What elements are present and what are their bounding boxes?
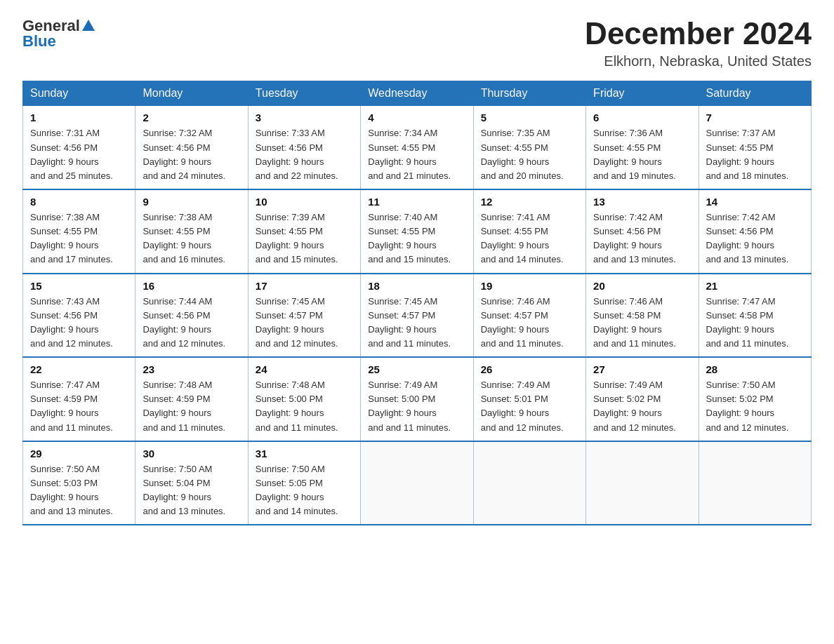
- day-number: 17: [256, 280, 353, 292]
- calendar-cell: 14 Sunrise: 7:42 AMSunset: 4:56 PMDaylig…: [699, 189, 811, 274]
- day-info: Sunrise: 7:36 AMSunset: 4:55 PMDaylight:…: [593, 128, 676, 180]
- day-number: 18: [368, 280, 465, 292]
- day-number: 13: [593, 196, 691, 208]
- calendar-cell: 9 Sunrise: 7:38 AMSunset: 4:55 PMDayligh…: [135, 189, 248, 274]
- day-number: 9: [143, 196, 240, 208]
- day-info: Sunrise: 7:42 AMSunset: 4:56 PMDaylight:…: [593, 212, 676, 264]
- calendar-cell: 2 Sunrise: 7:32 AMSunset: 4:56 PMDayligh…: [135, 106, 248, 189]
- day-info: Sunrise: 7:50 AMSunset: 5:05 PMDaylight:…: [256, 464, 338, 516]
- day-number: 6: [593, 112, 691, 123]
- calendar-cell: 25 Sunrise: 7:49 AMSunset: 5:00 PMDaylig…: [361, 357, 473, 441]
- calendar-cell: 1 Sunrise: 7:31 AMSunset: 4:56 PMDayligh…: [23, 106, 135, 189]
- day-number: 15: [30, 280, 128, 292]
- calendar-subtitle: Elkhorn, Nebraska, United States: [585, 53, 812, 69]
- day-number: 3: [256, 112, 353, 123]
- calendar-header: SundayMondayTuesdayWednesdayThursdayFrid…: [23, 81, 812, 106]
- calendar-cell: 16 Sunrise: 7:44 AMSunset: 4:56 PMDaylig…: [135, 274, 248, 358]
- calendar-cell: 20 Sunrise: 7:46 AMSunset: 4:58 PMDaylig…: [586, 274, 699, 358]
- day-number: 22: [30, 363, 128, 375]
- day-info: Sunrise: 7:35 AMSunset: 4:55 PMDaylight:…: [481, 128, 564, 180]
- calendar-cell: 5 Sunrise: 7:35 AMSunset: 4:55 PMDayligh…: [473, 106, 585, 189]
- calendar-cell: 11 Sunrise: 7:40 AMSunset: 4:55 PMDaylig…: [361, 189, 473, 274]
- day-info: Sunrise: 7:50 AMSunset: 5:04 PMDaylight:…: [143, 464, 225, 516]
- calendar-cell: [586, 441, 699, 525]
- logo-triangle-icon: [82, 20, 95, 34]
- calendar-cell: 8 Sunrise: 7:38 AMSunset: 4:55 PMDayligh…: [23, 189, 135, 274]
- day-info: Sunrise: 7:37 AMSunset: 4:55 PMDaylight:…: [706, 128, 789, 180]
- calendar-cell: 31 Sunrise: 7:50 AMSunset: 5:05 PMDaylig…: [248, 441, 360, 525]
- day-number: 11: [368, 196, 465, 208]
- day-number: 30: [143, 448, 240, 459]
- weekday-header-wednesday: Wednesday: [361, 81, 473, 106]
- calendar-cell: 10 Sunrise: 7:39 AMSunset: 4:55 PMDaylig…: [248, 189, 360, 274]
- calendar-cell: 4 Sunrise: 7:34 AMSunset: 4:55 PMDayligh…: [361, 106, 473, 189]
- calendar-cell: 21 Sunrise: 7:47 AMSunset: 4:58 PMDaylig…: [699, 274, 811, 358]
- calendar-cell: 17 Sunrise: 7:45 AMSunset: 4:57 PMDaylig…: [248, 274, 360, 358]
- day-info: Sunrise: 7:38 AMSunset: 4:55 PMDaylight:…: [30, 212, 113, 264]
- calendar-cell: 3 Sunrise: 7:33 AMSunset: 4:56 PMDayligh…: [248, 106, 360, 189]
- calendar-cell: 27 Sunrise: 7:49 AMSunset: 5:02 PMDaylig…: [586, 357, 699, 441]
- logo-blue: Blue: [22, 32, 56, 51]
- day-number: 5: [481, 112, 578, 123]
- day-info: Sunrise: 7:42 AMSunset: 4:56 PMDaylight:…: [706, 212, 789, 264]
- day-info: Sunrise: 7:49 AMSunset: 5:01 PMDaylight:…: [481, 380, 564, 432]
- calendar-cell: 15 Sunrise: 7:43 AMSunset: 4:56 PMDaylig…: [23, 274, 135, 358]
- day-info: Sunrise: 7:48 AMSunset: 4:59 PMDaylight:…: [143, 380, 225, 432]
- day-info: Sunrise: 7:39 AMSunset: 4:55 PMDaylight:…: [256, 212, 338, 264]
- weekday-header-tuesday: Tuesday: [248, 81, 360, 106]
- day-number: 26: [481, 363, 578, 375]
- day-info: Sunrise: 7:49 AMSunset: 5:00 PMDaylight:…: [368, 380, 451, 432]
- calendar-cell: 29 Sunrise: 7:50 AMSunset: 5:03 PMDaylig…: [23, 441, 135, 525]
- calendar-cell: 12 Sunrise: 7:41 AMSunset: 4:55 PMDaylig…: [473, 189, 585, 274]
- day-info: Sunrise: 7:47 AMSunset: 4:58 PMDaylight:…: [706, 296, 789, 349]
- calendar-cell: 22 Sunrise: 7:47 AMSunset: 4:59 PMDaylig…: [23, 357, 135, 441]
- calendar-week-1: 1 Sunrise: 7:31 AMSunset: 4:56 PMDayligh…: [23, 106, 812, 189]
- day-info: Sunrise: 7:45 AMSunset: 4:57 PMDaylight:…: [256, 296, 338, 349]
- calendar-week-4: 22 Sunrise: 7:47 AMSunset: 4:59 PMDaylig…: [23, 357, 812, 441]
- calendar-cell: 23 Sunrise: 7:48 AMSunset: 4:59 PMDaylig…: [135, 357, 248, 441]
- calendar-body: 1 Sunrise: 7:31 AMSunset: 4:56 PMDayligh…: [23, 106, 812, 525]
- day-number: 31: [256, 448, 353, 459]
- day-info: Sunrise: 7:45 AMSunset: 4:57 PMDaylight:…: [368, 296, 451, 349]
- day-number: 19: [481, 280, 578, 292]
- weekday-header-sunday: Sunday: [23, 81, 135, 106]
- calendar-cell: 7 Sunrise: 7:37 AMSunset: 4:55 PMDayligh…: [699, 106, 811, 189]
- day-number: 8: [30, 196, 128, 208]
- calendar-week-3: 15 Sunrise: 7:43 AMSunset: 4:56 PMDaylig…: [23, 274, 812, 358]
- day-number: 10: [256, 196, 353, 208]
- weekday-header-monday: Monday: [135, 81, 248, 106]
- weekday-header-row: SundayMondayTuesdayWednesdayThursdayFrid…: [23, 81, 812, 106]
- weekday-header-friday: Friday: [586, 81, 699, 106]
- day-number: 2: [143, 112, 240, 123]
- day-info: Sunrise: 7:46 AMSunset: 4:58 PMDaylight:…: [593, 296, 676, 349]
- day-number: 27: [593, 363, 691, 375]
- calendar-cell: 18 Sunrise: 7:45 AMSunset: 4:57 PMDaylig…: [361, 274, 473, 358]
- day-info: Sunrise: 7:31 AMSunset: 4:56 PMDaylight:…: [30, 128, 113, 180]
- title-section: December 2024 Elkhorn, Nebraska, United …: [585, 17, 812, 69]
- day-number: 14: [706, 196, 804, 208]
- calendar-week-5: 29 Sunrise: 7:50 AMSunset: 5:03 PMDaylig…: [23, 441, 812, 525]
- day-number: 16: [143, 280, 240, 292]
- calendar-cell: 28 Sunrise: 7:50 AMSunset: 5:02 PMDaylig…: [699, 357, 811, 441]
- day-info: Sunrise: 7:38 AMSunset: 4:55 PMDaylight:…: [143, 212, 225, 264]
- day-number: 24: [256, 363, 353, 375]
- day-number: 4: [368, 112, 465, 123]
- day-info: Sunrise: 7:40 AMSunset: 4:55 PMDaylight:…: [368, 212, 451, 264]
- weekday-header-thursday: Thursday: [473, 81, 585, 106]
- calendar-cell: 26 Sunrise: 7:49 AMSunset: 5:01 PMDaylig…: [473, 357, 585, 441]
- logo: General Blue: [22, 17, 95, 51]
- day-number: 28: [706, 363, 804, 375]
- day-number: 12: [481, 196, 578, 208]
- day-number: 29: [30, 448, 128, 459]
- calendar-cell: [361, 441, 473, 525]
- calendar-week-2: 8 Sunrise: 7:38 AMSunset: 4:55 PMDayligh…: [23, 189, 812, 274]
- day-number: 23: [143, 363, 240, 375]
- calendar-cell: 6 Sunrise: 7:36 AMSunset: 4:55 PMDayligh…: [586, 106, 699, 189]
- calendar-cell: 24 Sunrise: 7:48 AMSunset: 5:00 PMDaylig…: [248, 357, 360, 441]
- day-number: 1: [30, 112, 128, 123]
- day-info: Sunrise: 7:50 AMSunset: 5:03 PMDaylight:…: [30, 464, 113, 516]
- day-info: Sunrise: 7:41 AMSunset: 4:55 PMDaylight:…: [481, 212, 564, 264]
- day-info: Sunrise: 7:49 AMSunset: 5:02 PMDaylight:…: [593, 380, 676, 432]
- day-number: 20: [593, 280, 691, 292]
- page-header: General Blue December 2024 Elkhorn, Nebr…: [22, 17, 812, 69]
